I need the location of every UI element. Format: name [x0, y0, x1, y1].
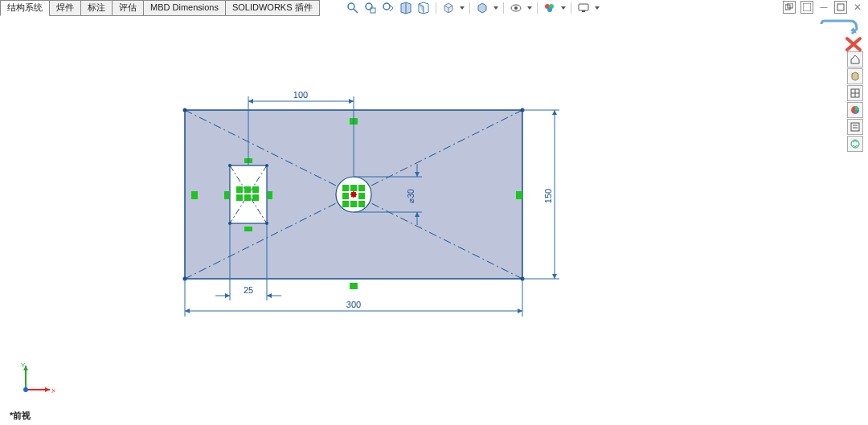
svg-rect-55: [252, 186, 259, 193]
svg-point-4: [383, 3, 390, 10]
task-pane-tabs: [847, 51, 863, 152]
svg-rect-53: [236, 186, 243, 193]
home-icon[interactable]: [847, 51, 863, 67]
svg-point-2: [366, 3, 372, 10]
appearance-icon[interactable]: [542, 1, 557, 15]
svg-rect-56: [236, 194, 243, 201]
window-controls: — ✕: [783, 0, 863, 14]
dim-offset[interactable]: 100: [293, 90, 308, 100]
window-cascade-icon[interactable]: [783, 1, 796, 14]
dropdown-caret[interactable]: [561, 6, 566, 10]
separator: [503, 2, 504, 14]
window-restore-icon[interactable]: [834, 1, 847, 14]
tab-weldments[interactable]: 焊件: [49, 0, 81, 16]
svg-rect-15: [803, 3, 811, 11]
prev-view-icon[interactable]: [381, 1, 395, 15]
heads-up-view-toolbar: [346, 0, 600, 16]
svg-rect-54: [244, 186, 251, 193]
tab-label: SOLIDWORKS 插件: [232, 2, 313, 12]
svg-rect-62: [342, 193, 349, 199]
svg-rect-47: [191, 191, 198, 199]
svg-point-42: [265, 164, 268, 167]
svg-rect-69: [351, 192, 356, 197]
design-library-icon[interactable]: [847, 85, 863, 101]
display-style-icon[interactable]: [475, 1, 489, 15]
tab-label: 焊件: [56, 2, 74, 12]
window-close-icon[interactable]: ✕: [852, 2, 863, 13]
svg-point-0: [348, 3, 354, 10]
tab-annotate[interactable]: 标注: [80, 0, 113, 16]
dynamic-section-icon[interactable]: [416, 1, 431, 15]
dim-slot-width[interactable]: 25: [244, 285, 253, 295]
svg-rect-59: [342, 185, 349, 191]
dropdown-caret[interactable]: [493, 6, 498, 10]
custom-properties-icon[interactable]: [847, 119, 863, 135]
svg-rect-63: [358, 193, 365, 199]
tab-solidworks-addins[interactable]: SOLIDWORKS 插件: [225, 0, 320, 16]
view-settings-icon[interactable]: [576, 1, 591, 15]
svg-point-10: [547, 7, 552, 12]
tab-label: 结构系统: [7, 2, 43, 12]
tab-label: 标注: [88, 2, 105, 12]
appearances-icon[interactable]: [847, 102, 863, 118]
svg-rect-50: [244, 227, 252, 231]
zoom-area-icon[interactable]: [363, 1, 378, 15]
axis-x-label: X: [51, 387, 55, 394]
command-manager-tabs: 结构系统 焊件 标注 评估 MBD Dimensions SOLIDWORKS …: [0, 0, 319, 14]
tab-evaluate[interactable]: 评估: [112, 0, 144, 16]
svg-point-7: [514, 6, 518, 10]
tab-structure-system[interactable]: 结构系统: [0, 0, 50, 16]
svg-rect-46: [350, 283, 358, 289]
dropdown-caret[interactable]: [527, 6, 532, 10]
zoom-fit-icon[interactable]: [346, 1, 360, 15]
svg-line-1: [354, 9, 358, 13]
svg-rect-57: [244, 194, 251, 201]
svg-rect-23: [851, 123, 859, 131]
separator: [469, 2, 470, 14]
dim-outer-height[interactable]: 150: [543, 189, 553, 203]
svg-point-37: [183, 108, 187, 112]
svg-rect-48: [516, 191, 522, 199]
svg-rect-51: [224, 191, 229, 199]
reference-triad: X Y: [16, 361, 55, 401]
dropdown-caret[interactable]: [595, 6, 600, 10]
svg-rect-58: [252, 194, 259, 201]
forum-icon[interactable]: [847, 136, 863, 152]
view-orientation-icon[interactable]: [441, 1, 456, 15]
svg-rect-65: [350, 201, 357, 207]
separator: [571, 2, 571, 14]
svg-point-41: [228, 164, 231, 167]
separator: [537, 2, 538, 14]
section-view-icon[interactable]: [399, 1, 413, 15]
svg-rect-60: [350, 185, 357, 191]
svg-rect-66: [358, 201, 365, 207]
svg-rect-61: [358, 185, 365, 191]
cancel-icon[interactable]: [847, 39, 860, 50]
svg-rect-64: [342, 201, 349, 207]
confirmation-corner: [818, 19, 863, 51]
separator: [436, 2, 436, 14]
tab-label: MBD Dimensions: [150, 2, 219, 12]
axis-y-label: Y: [21, 362, 26, 369]
svg-point-89: [23, 387, 28, 392]
dim-circle-diameter[interactable]: ⌀30: [407, 189, 416, 203]
svg-rect-16: [837, 4, 844, 10]
tab-label: 评估: [119, 2, 137, 12]
view-name-label: *前视: [10, 410, 31, 422]
svg-rect-11: [579, 4, 588, 10]
tab-mbd-dimensions[interactable]: MBD Dimensions: [143, 0, 226, 16]
hide-show-icon[interactable]: [509, 1, 523, 15]
resources-icon[interactable]: [847, 68, 863, 84]
window-tile-icon[interactable]: [800, 1, 813, 14]
graphics-area[interactable]: 300 150 100 25 ⌀30: [8, 18, 844, 417]
window-minimize-icon[interactable]: —: [818, 2, 829, 13]
dropdown-caret[interactable]: [460, 6, 465, 10]
svg-rect-12: [582, 10, 585, 12]
dim-outer-width[interactable]: 300: [346, 300, 361, 309]
svg-rect-52: [268, 191, 272, 199]
